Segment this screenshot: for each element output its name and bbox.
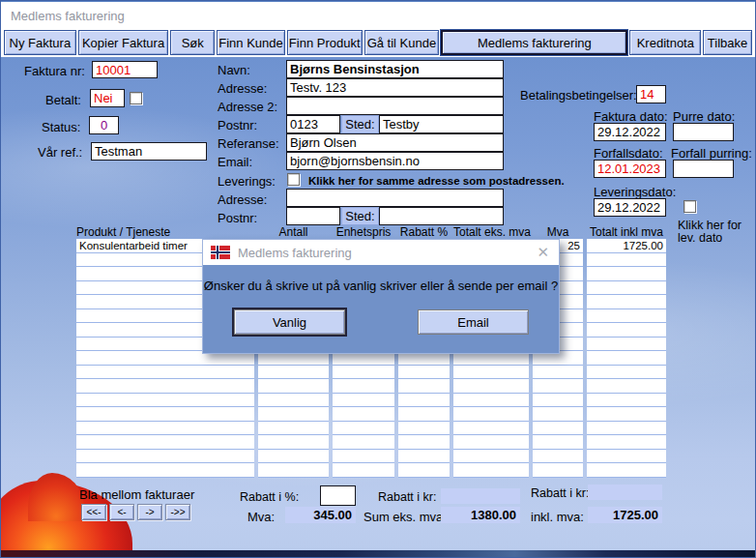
table-cell[interactable] <box>398 463 450 478</box>
table-cell[interactable] <box>533 450 583 464</box>
table-cell[interactable] <box>76 366 254 380</box>
table-cell[interactable] <box>258 379 329 394</box>
table-cell[interactable] <box>587 422 666 436</box>
table-cell[interactable] <box>453 422 529 436</box>
table-cell[interactable] <box>398 394 450 408</box>
lev-sted-field[interactable] <box>379 207 504 225</box>
toolbar-button-s-k[interactable]: Søk <box>170 30 215 55</box>
table-cell[interactable] <box>333 394 394 408</box>
table-cell[interactable] <box>587 366 666 380</box>
toolbar-button-finn-kunde[interactable]: Finn Kunde <box>217 30 285 55</box>
table-cell[interactable] <box>258 450 329 464</box>
table-cell[interactable] <box>453 435 529 450</box>
table-cell[interactable] <box>533 463 583 478</box>
close-icon[interactable]: ✕ <box>537 244 549 261</box>
betalingsbetingelser-field[interactable]: 14 <box>636 85 666 103</box>
table-cell[interactable] <box>587 338 666 352</box>
toolbar-button-kopier-faktura[interactable]: Kopier Faktura <box>78 30 169 55</box>
table-cell[interactable] <box>76 422 254 436</box>
table-cell[interactable] <box>533 366 583 380</box>
table-cell[interactable] <box>453 450 529 464</box>
first-invoice-button[interactable]: <<- <box>81 504 106 520</box>
table-cell[interactable] <box>587 450 666 464</box>
leveringsdato-field[interactable]: 29.12.2022 <box>594 198 666 217</box>
table-cell[interactable] <box>587 407 666 422</box>
table-cell[interactable] <box>587 351 666 366</box>
table-cell[interactable] <box>533 422 583 436</box>
table-cell[interactable] <box>453 463 529 478</box>
table-cell[interactable] <box>333 422 394 436</box>
table-cell[interactable] <box>587 379 666 394</box>
postnr-field[interactable]: 0123 <box>286 115 340 133</box>
table-cell[interactable] <box>587 253 666 268</box>
toolbar-button-medlems-fakturering[interactable]: Medlems fakturering <box>441 30 627 55</box>
lev-adresse-field[interactable] <box>286 189 504 207</box>
table-cell[interactable] <box>258 435 329 450</box>
vanlig-button[interactable]: Vanlig <box>234 309 345 335</box>
table-cell[interactable] <box>398 366 450 380</box>
table-cell[interactable] <box>76 435 254 450</box>
forfallsdato-field[interactable]: 12.01.2023 <box>594 160 666 178</box>
table-cell[interactable] <box>587 435 666 450</box>
email-field[interactable]: bjorn@bjornsbensin.no <box>286 152 504 170</box>
toolbar-button-kreditnota[interactable]: Kreditnota <box>629 30 701 55</box>
table-cell[interactable] <box>333 450 394 464</box>
table-cell[interactable] <box>333 463 394 478</box>
table-cell[interactable] <box>398 450 450 464</box>
email-button[interactable]: Email <box>418 309 529 335</box>
table-cell[interactable] <box>333 379 394 394</box>
table-cell[interactable] <box>587 267 666 281</box>
table-cell[interactable] <box>587 323 666 338</box>
table-cell[interactable] <box>587 463 666 478</box>
table-cell[interactable] <box>76 407 254 422</box>
forfall-purring-field[interactable] <box>673 160 734 178</box>
table-cell[interactable] <box>453 379 529 394</box>
same-address-checkbox[interactable] <box>287 173 300 186</box>
table-cell[interactable] <box>587 394 666 408</box>
previous-invoice-button[interactable]: <- <box>109 504 134 520</box>
table-cell[interactable] <box>453 366 529 380</box>
navn-field[interactable]: Bjørns Bensinstasjon <box>286 60 504 78</box>
table-cell[interactable] <box>76 394 254 408</box>
referanse-field[interactable]: Bjørn Olsen <box>286 133 504 152</box>
adresse-field[interactable]: Testv. 123 <box>286 78 504 97</box>
table-cell[interactable] <box>76 463 254 478</box>
table-cell[interactable] <box>333 435 394 450</box>
purre-dato-field[interactable] <box>673 123 734 141</box>
table-cell[interactable] <box>587 281 666 296</box>
table-cell[interactable] <box>333 407 394 422</box>
table-cell[interactable] <box>587 295 666 309</box>
table-cell[interactable] <box>398 407 450 422</box>
lev-dato-checkbox[interactable] <box>683 200 696 213</box>
next-invoice-button[interactable]: -> <box>137 504 162 520</box>
print-dialog-titlebar[interactable]: Medlems fakturering ✕ <box>203 240 559 265</box>
table-cell[interactable] <box>533 435 583 450</box>
table-cell[interactable] <box>533 407 583 422</box>
faktura-nr-field[interactable]: 10001 <box>92 61 158 78</box>
betalt-field[interactable]: Nei <box>90 89 125 107</box>
window-titlebar[interactable]: Medlems fakturering <box>1 1 755 28</box>
table-cell[interactable] <box>533 394 583 408</box>
table-cell[interactable] <box>76 379 254 394</box>
table-cell[interactable] <box>453 407 529 422</box>
toolbar-button-finn-produkt[interactable]: Finn Produkt <box>287 30 363 55</box>
table-cell[interactable] <box>258 407 329 422</box>
table-cell[interactable] <box>258 394 329 408</box>
table-cell[interactable] <box>258 422 329 436</box>
adresse2-field[interactable] <box>286 97 504 115</box>
lev-postnr-field[interactable] <box>286 207 340 225</box>
table-cell[interactable] <box>258 463 329 478</box>
rabatt-pct-field[interactable] <box>320 485 356 506</box>
table-cell[interactable] <box>453 394 529 408</box>
table-cell[interactable] <box>398 422 450 436</box>
table-cell[interactable] <box>533 379 583 394</box>
betalt-checkbox[interactable] <box>130 92 142 104</box>
table-cell[interactable] <box>333 366 394 380</box>
var-ref-field[interactable]: Testman <box>91 142 207 161</box>
sted-field[interactable]: Testby <box>379 115 504 133</box>
table-cell[interactable] <box>76 450 254 464</box>
toolbar-button-tilbake[interactable]: Tilbake <box>703 30 752 55</box>
faktura-dato-field[interactable]: 29.12.2022 <box>594 123 666 141</box>
table-cell[interactable] <box>258 366 329 380</box>
toolbar-button-ny-faktura[interactable]: Ny Faktura <box>4 30 76 55</box>
